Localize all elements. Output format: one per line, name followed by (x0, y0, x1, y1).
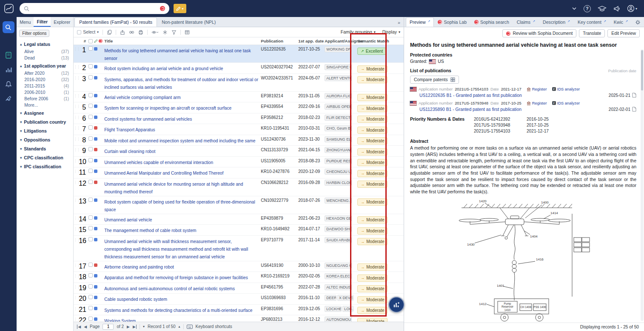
table-row[interactable]: ⋮⋮10Unmanned vehicles capable of environ… (74, 157, 404, 168)
semantic-match-badge[interactable]: →Moderate (357, 216, 388, 223)
link-icon[interactable] (129, 30, 134, 35)
copy-icon[interactable] (107, 30, 112, 35)
semantic-match-badge[interactable]: →Moderate (357, 238, 388, 245)
patent-title-link[interactable]: Working System (104, 319, 136, 322)
sophia-icon[interactable] (160, 6, 165, 11)
global-search-input[interactable] (32, 6, 157, 11)
first-page-button[interactable]: ◀ (77, 325, 81, 329)
academy-icon[interactable] (598, 6, 607, 12)
semantic-match-badge[interactable]: →Moderate (357, 181, 388, 188)
table-row[interactable]: ⋮⋮21Systems and methods for detecting ch… (74, 305, 404, 316)
drag-handle-icon[interactable]: ⋮⋮ (74, 273, 79, 278)
semantic-match-badge[interactable]: →Moderate (357, 159, 388, 166)
table-row[interactable]: ⋮⋮12Unmanned aerial vehicle device for m… (74, 178, 404, 196)
table-row[interactable]: ⋮⋮22Working SystemJP68032132016-12-12AUT… (74, 315, 404, 322)
compare-patents-button[interactable]: Compare patents (410, 76, 459, 84)
select-control[interactable]: Select ▾ (77, 30, 99, 34)
filter-item[interactable]: 2006-2010(1) (17, 89, 73, 96)
register-link[interactable]: Register (527, 101, 547, 105)
table-row[interactable]: ⋮⋮6Control systems for unmanned aerial v… (74, 113, 404, 124)
drag-handle-icon[interactable]: ⋮⋮ (74, 263, 79, 268)
patent-title-link[interactable]: Systems, apparatus, and methods for trea… (104, 77, 258, 90)
row-checkbox[interactable] (87, 125, 94, 130)
row-checkbox[interactable] (87, 115, 94, 119)
edit-highlight-button[interactable]: ▾ (174, 4, 186, 13)
translate-button[interactable]: Translate (579, 29, 605, 37)
keyboard-shortcuts-label[interactable]: Keyboard shortcuts (196, 324, 232, 329)
rail-alerts-button[interactable] (3, 78, 14, 90)
semantic-match-badge[interactable]: →Moderate (357, 274, 388, 282)
tab-filter[interactable]: Filter (34, 17, 51, 27)
edit-preview-button[interactable]: Edit Preview (607, 29, 640, 37)
drag-handle-icon[interactable]: ⋮⋮ (74, 180, 79, 185)
filter-options-button[interactable]: Filter options (19, 30, 49, 37)
filter-group-header[interactable]: ▾CPC classification (17, 153, 73, 162)
semantic-match-badge[interactable]: →Moderate (357, 137, 388, 144)
table-row[interactable]: ⋮⋮15The management method of cable robot… (74, 225, 404, 236)
filter-group-header[interactable]: ▴1st application year (17, 61, 73, 70)
row-checkbox[interactable] (87, 180, 94, 184)
column-title[interactable]: Title (104, 39, 261, 43)
filter-group-header[interactable]: ▴Legal status (17, 40, 73, 48)
record-indicator[interactable]: Record 1 of 50 (148, 324, 176, 329)
filter-item[interactable]: Dead(13) (17, 55, 73, 61)
row-checkbox[interactable] (87, 215, 94, 220)
table-row[interactable]: ⋮⋮17Airborne cleaning and painting robot… (74, 261, 404, 272)
filter-item[interactable]: More... (17, 102, 73, 108)
row-checkbox[interactable] (87, 158, 94, 162)
tab-sophia-search[interactable]: Sophia search (470, 17, 513, 27)
semantic-match-badge[interactable]: →Moderate (357, 285, 388, 292)
row-checkbox[interactable] (87, 226, 94, 230)
row-checkbox[interactable] (87, 284, 94, 289)
drag-handle-icon[interactable]: ⋮⋮ (74, 64, 79, 69)
patent-title-link[interactable]: Curtain wall cleaning robot (104, 149, 155, 154)
drag-handle-icon[interactable]: ⋮⋮ (74, 284, 79, 289)
filter-group-header[interactable]: ▾Oppositions (17, 135, 73, 144)
filter-funnel-icon[interactable] (171, 30, 177, 35)
tab-preview[interactable]: Preview↗ (406, 17, 434, 27)
table-row[interactable]: ⋮⋮16Unmanned aerial vehicle with wall th… (74, 236, 404, 261)
patent-title-link[interactable]: Cable suspended robotic system (104, 297, 167, 302)
more-tabs-icon[interactable]: » (394, 20, 404, 27)
app-logo-icon[interactable] (0, 0, 18, 17)
announcements-icon[interactable] (613, 6, 620, 11)
column-number[interactable]: # (79, 39, 87, 43)
caret-up-icon[interactable]: ▴ (179, 325, 180, 328)
row-checkbox[interactable] (87, 263, 94, 267)
scrollbar-thumb[interactable] (641, 50, 643, 91)
drag-handle-icon[interactable]: ⋮⋮ (74, 75, 79, 80)
chevron-down-icon[interactable] (572, 7, 577, 10)
table-row[interactable]: ⋮⋮9Curtain wall cleaning robotCN11313372… (74, 146, 404, 157)
table-row[interactable]: ⋮⋮20Cable suspended robotic systemUS1036… (74, 294, 404, 305)
row-checkbox[interactable] (87, 198, 94, 202)
display-control[interactable]: Display ▾ (382, 30, 400, 34)
drag-handle-icon[interactable]: ⋮⋮ (74, 147, 79, 152)
account-menu[interactable]: ▾ (627, 5, 637, 12)
drag-handle-icon[interactable]: ⋮⋮ (74, 306, 79, 311)
tab-explorer[interactable]: Explorer (51, 17, 73, 26)
ids-analyzer-link[interactable]: iIDS analyzer (552, 101, 580, 105)
table-row[interactable]: ⋮⋮3Systems, apparatus, and methods for t… (74, 74, 404, 92)
table-row[interactable]: ⋮⋮11Unmanned Aerial Manipulator and Cont… (74, 167, 404, 178)
patent-title-link[interactable]: Unmanned aerial vehicle device for mount… (104, 182, 243, 194)
patent-title-link[interactable]: Mobile robot and unmanned inspection sys… (104, 139, 255, 143)
drag-handle-icon[interactable]: ⋮⋮ (74, 198, 79, 203)
table-row[interactable]: ⋮⋮19Autonomous and semi-autonomous contr… (74, 283, 404, 294)
table-row[interactable]: ⋮⋮2Robot system including an aerial vehi… (74, 63, 404, 74)
patent-title-link[interactable]: Airborne cleaning and painting robot (104, 265, 174, 269)
drag-handle-icon[interactable]: ⋮⋮ (74, 237, 79, 242)
patent-title-link[interactable]: Autonomous and semi-autonomous control o… (104, 286, 235, 291)
filter-item[interactable]: Alive(37) (17, 48, 73, 55)
patent-title-link[interactable]: Aerial vehicle comprising compliant arm (104, 95, 180, 100)
row-checkbox[interactable] (87, 136, 94, 141)
rail-reports-button[interactable] (3, 93, 14, 105)
patent-title-link[interactable]: Unmanned aerial vehicle with wall thickn… (104, 239, 248, 259)
drag-handle-icon[interactable]: ⋮⋮ (74, 93, 79, 98)
drag-handle-icon[interactable]: ⋮⋮ (74, 136, 79, 141)
patent-title-link[interactable]: Control systems for unmanned aerial vehi… (104, 117, 192, 122)
semantic-match-badge[interactable]: →Moderate (357, 227, 388, 235)
patent-title-link[interactable]: Unmanned Aerial Manipulator and Controll… (104, 171, 223, 175)
previous-page-button[interactable]: ◀ (84, 325, 87, 329)
semantic-match-badge[interactable]: →Moderate (357, 263, 388, 271)
table-row[interactable]: ⋮⋮18Apparatus and method for removing of… (74, 272, 404, 283)
